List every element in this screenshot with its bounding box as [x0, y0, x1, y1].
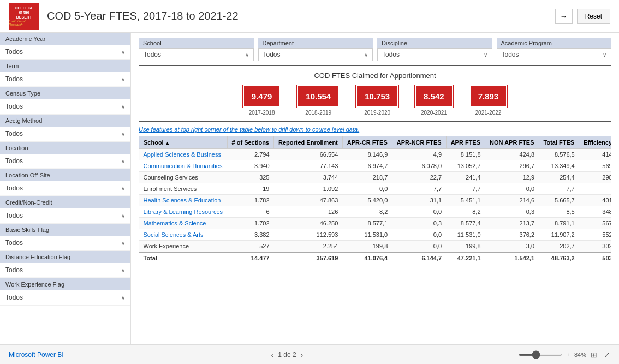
- school-link-4[interactable]: Health Sciences & Education: [144, 197, 221, 204]
- filter-select-6[interactable]: Todos ∨: [0, 208, 130, 223]
- filter-group-5: Location Off-Site Todos ∨: [0, 169, 130, 196]
- school-link-5[interactable]: Library & Learning Resources: [144, 208, 223, 215]
- drill-link[interactable]: Use features at top right corner of the …: [139, 126, 611, 133]
- chevron-down-icon: ∨: [121, 295, 125, 301]
- cell-0-4: 8.151,8: [446, 149, 485, 160]
- filterbar-value-3: Todos: [502, 51, 519, 58]
- col-header-4[interactable]: APR-NCR FTES: [392, 136, 446, 149]
- filterbar-select-2[interactable]: Todos ∨: [377, 48, 492, 61]
- school-cell-7[interactable]: Social Sciences & Arts: [139, 229, 228, 241]
- sort-arrow-icon: ▲: [164, 140, 170, 146]
- cell-7-3: 0,0: [392, 229, 446, 241]
- cell-1-2: 6.974,7: [342, 160, 392, 172]
- cell-4-3: 31,1: [392, 195, 446, 206]
- cell-7-7: 552: [579, 229, 611, 241]
- filter-value-8: Todos: [5, 266, 23, 274]
- filter-group-9: Work Experience Flag Todos ∨: [0, 278, 130, 306]
- school-link-6[interactable]: Mathematics & Science: [144, 220, 206, 226]
- fullscreen-icon[interactable]: ⤢: [604, 350, 610, 359]
- chevron-down-icon: ∨: [245, 52, 249, 58]
- school-cell-8: Work Experience: [139, 241, 228, 253]
- col-header-3[interactable]: APR-CR FTES: [342, 136, 392, 149]
- cell-4-1: 47.863: [274, 195, 343, 206]
- table-row: Health Sciences & Education1.78247.8635.…: [139, 195, 612, 206]
- cell-8-4: 199,8: [446, 241, 485, 253]
- zoom-level: 84%: [574, 351, 586, 358]
- filter-select-3[interactable]: Todos ∨: [0, 127, 130, 141]
- filterbar-select-3[interactable]: Todos ∨: [497, 48, 612, 61]
- fit-icon[interactable]: ⊞: [591, 350, 597, 359]
- school-link-0[interactable]: Applied Sciences & Business: [144, 151, 221, 158]
- next-page-button[interactable]: ›: [301, 350, 303, 359]
- filter-select-7[interactable]: Todos ∨: [0, 236, 130, 250]
- kpi-box: COD FTES Claimed for Apportionment 9.479…: [139, 65, 611, 122]
- filter-label-9: Work Experience Flag: [0, 278, 130, 290]
- cell-0-0: 2.794: [227, 149, 273, 160]
- filter-select-2[interactable]: Todos ∨: [0, 99, 130, 114]
- col-header-6[interactable]: NON APR FTES: [485, 136, 539, 149]
- school-cell-0[interactable]: Applied Sciences & Business: [139, 149, 228, 160]
- filter-select-0[interactable]: Todos ∨: [0, 45, 130, 59]
- cell-2-0: 325: [227, 172, 273, 183]
- col-header-5[interactable]: APR FTES: [446, 136, 485, 149]
- filter-select-1[interactable]: Todos ∨: [0, 72, 130, 87]
- school-cell-1[interactable]: Communication & Humanities: [139, 160, 228, 172]
- school-link-7[interactable]: Social Sciences & Arts: [144, 231, 204, 238]
- cell-4-7: 401: [579, 195, 611, 206]
- cell-6-2: 8.577,1: [342, 218, 392, 229]
- table-row: Counseling Services3253.744218,722,7241,…: [139, 172, 612, 183]
- filter-select-8[interactable]: Todos ∨: [0, 263, 130, 278]
- school-cell-4[interactable]: Health Sciences & Education: [139, 195, 228, 206]
- kpi-card-3: 8.542: [415, 85, 453, 108]
- header: COLLEGE of the DESERT Institutional Rese…: [0, 0, 619, 33]
- filter-group-7: Basic Skills Flag Todos ∨: [0, 224, 130, 251]
- logo-text: COLLEGE of the DESERT: [15, 6, 33, 20]
- power-bi-brand[interactable]: Microsoft Power BI: [9, 351, 64, 359]
- total-cell-8: 503: [579, 252, 611, 264]
- navigate-button[interactable]: →: [555, 9, 573, 24]
- prev-page-button[interactable]: ‹: [271, 350, 274, 359]
- filterbar-item-0: School Todos ∨: [139, 38, 254, 61]
- filter-select-9[interactable]: Todos ∨: [0, 290, 130, 305]
- school-link-1[interactable]: Communication & Humanities: [144, 163, 223, 169]
- filter-label-1: Term: [0, 60, 130, 72]
- filterbar-select-0[interactable]: Todos ∨: [139, 48, 254, 61]
- cell-2-6: 254,4: [539, 172, 579, 183]
- zoom-minus[interactable]: −: [510, 351, 514, 358]
- filter-label-8: Distance Education Flag: [0, 251, 130, 263]
- table-row: Library & Learning Resources61268,20,08,…: [139, 206, 612, 218]
- col-header-8[interactable]: Efficiency: [579, 136, 611, 149]
- chevron-down-icon: ∨: [603, 52, 606, 58]
- filter-select-4[interactable]: Todos ∨: [0, 154, 130, 169]
- table-row: Work Experience5272.254199,80,0199,83,02…: [139, 241, 612, 253]
- filterbar-select-1[interactable]: Todos ∨: [258, 48, 373, 61]
- cell-8-6: 202,7: [539, 241, 579, 253]
- cell-5-2: 8,2: [342, 206, 392, 218]
- main: Academic Year Todos ∨ Term Todos ∨ Censu…: [0, 33, 619, 344]
- data-table: School ▲# of SectionsReported Enrollment…: [139, 136, 611, 264]
- table-row: Mathematics & Science1.70246.2508.577,10…: [139, 218, 612, 229]
- reset-button[interactable]: Reset: [577, 9, 610, 24]
- col-header-2[interactable]: Reported Enrollment: [274, 136, 343, 149]
- cell-8-1: 2.254: [274, 241, 343, 253]
- filterbar-item-2: Discipline Todos ∨: [377, 38, 492, 61]
- filter-select-5[interactable]: Todos ∨: [0, 181, 130, 196]
- filter-value-5: Todos: [5, 184, 23, 192]
- filter-group-3: Acctg Method Todos ∨: [0, 115, 130, 142]
- footer: Microsoft Power BI ‹ 1 de 2 › − + 84% ⊞ …: [0, 344, 619, 364]
- cell-2-7: 298: [579, 172, 611, 183]
- cell-2-5: 12,9: [485, 172, 539, 183]
- school-cell-6[interactable]: Mathematics & Science: [139, 218, 228, 229]
- cell-3-1: 1.092: [274, 183, 343, 195]
- cell-3-0: 19: [227, 183, 273, 195]
- filterbar-label-0: School: [139, 38, 254, 48]
- col-header-7[interactable]: Total FTES: [539, 136, 579, 149]
- col-header-0[interactable]: School ▲: [139, 136, 228, 149]
- cell-3-6: 7,7: [539, 183, 579, 195]
- zoom-slider[interactable]: [519, 354, 562, 356]
- zoom-plus[interactable]: +: [567, 351, 570, 358]
- school-cell-5[interactable]: Library & Learning Resources: [139, 206, 228, 218]
- kpi-year-0: 2017-2018: [243, 110, 281, 116]
- chevron-down-icon: ∨: [121, 131, 125, 137]
- col-header-1[interactable]: # of Sections: [227, 136, 273, 149]
